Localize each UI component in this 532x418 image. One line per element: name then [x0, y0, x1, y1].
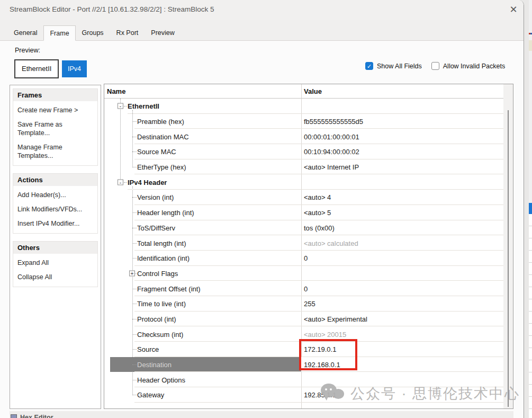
title-bar[interactable]: StreamBlock Editor - Port //2/1 [10.61.3…	[0, 0, 524, 20]
sidebar-group-title: Actions	[13, 174, 97, 186]
expand-icon[interactable]: +	[129, 270, 135, 276]
field-row-time-to-live-int[interactable]: Time to live (int)255	[104, 296, 503, 312]
tab-strip: GeneralFrameGroupsRx PortPreview	[0, 20, 524, 41]
field-value[interactable]: <auto> Internet IP	[304, 163, 359, 171]
sidebar-item-link-modifiers-vfds[interactable]: Link Modifiers/VFDs...	[17, 203, 93, 217]
tree-connector	[124, 182, 127, 183]
background-selected-row	[529, 203, 532, 214]
tab-groups[interactable]: Groups	[76, 26, 110, 40]
field-name: Source MAC	[137, 148, 176, 156]
column-header-value: Value	[304, 87, 322, 95]
field-value[interactable]: <auto> 4	[304, 193, 331, 201]
tree-connector	[132, 258, 137, 259]
window-title: StreamBlock Editor - Port //2/1 [10.61.3…	[10, 5, 214, 13]
sidebar-item-create-new-frame[interactable]: Create new Frame >	[17, 104, 93, 118]
field-value[interactable]: <auto> 20015	[304, 330, 346, 338]
field-row-source-mac[interactable]: Source MAC00:10:94:00:00:02	[104, 144, 503, 159]
field-name: Destination MAC	[137, 132, 189, 140]
field-row-ethertype-hex[interactable]: EtherType (hex)<auto> Internet IP	[104, 159, 503, 175]
tree-connector	[132, 197, 137, 198]
collapse-icon[interactable]: -	[118, 179, 123, 185]
field-value[interactable]: fb555555555555d5	[304, 118, 363, 126]
tree-connector	[132, 243, 137, 244]
tab-preview[interactable]: Preview	[145, 26, 181, 40]
tree-connector	[132, 395, 137, 395]
sidebar-item-collapse-all[interactable]: Collapse All	[17, 271, 93, 285]
checked-checkbox-icon[interactable]: ✓	[365, 62, 373, 70]
tree-connector	[132, 137, 137, 137]
tree-connector	[132, 167, 137, 167]
tree-connector	[132, 364, 137, 365]
field-name: Fragment Offset (int)	[137, 284, 201, 292]
unchecked-checkbox-icon[interactable]	[431, 62, 439, 70]
field-row-ethernetii[interactable]: -EthernetII	[104, 99, 503, 114]
field-name: Control Flags	[137, 269, 178, 277]
collapse-icon[interactable]: -	[118, 103, 123, 109]
sidebar-item-insert-ipv4-modifier[interactable]: Insert IPv4 Modifier...	[17, 217, 93, 232]
field-value[interactable]: 0	[304, 254, 308, 262]
tab-general[interactable]: General	[7, 26, 43, 40]
tree-connector	[132, 380, 137, 380]
hex-editor-label: Hex Editor	[20, 414, 53, 418]
field-row-fragment-offset-int[interactable]: Fragment Offset (int)0	[104, 281, 503, 296]
background-beige-row	[529, 40, 532, 51]
field-value[interactable]: tos (0x00)	[304, 224, 335, 232]
sidebar-group-frames: FramesCreate new Frame >Save Frame as Te…	[13, 88, 98, 166]
table-scrollbar-thumb[interactable]	[508, 110, 509, 407]
sidebar-item-expand-all[interactable]: Expand All	[17, 256, 93, 271]
field-row-tos-diffserv[interactable]: ToS/DiffServtos (0x00)	[104, 220, 503, 236]
field-row-protocol-int[interactable]: Protocol (int)<auto> Experimental	[104, 312, 503, 327]
field-value[interactable]: 00:10:94:00:00:02	[304, 148, 359, 156]
field-value[interactable]: 255	[304, 300, 315, 308]
tree-connector	[132, 349, 137, 350]
watermark-text: 公众号 · 思博伦技术中心	[350, 384, 520, 403]
field-name: EtherType (hex)	[137, 163, 186, 171]
column-header-name: Name	[107, 87, 125, 95]
table-header: Name Value	[104, 84, 513, 99]
sidebar-item-add-header-s[interactable]: Add Header(s)...	[17, 189, 93, 203]
field-name: Gateway	[137, 391, 164, 399]
field-name: Protocol (int)	[137, 315, 176, 323]
background-table-sliver	[529, 0, 532, 418]
option-show-all-fields[interactable]: ✓Show All Fields	[365, 62, 422, 70]
sidebar-group-actions: ActionsAdd Header(s)...Link Modifiers/VF…	[13, 173, 98, 234]
ethernetii-preview-button[interactable]: EthernetII	[14, 59, 59, 78]
tree-connector	[124, 106, 127, 106]
tree-connector	[132, 289, 137, 289]
options-row: ✓Show All FieldsAllow Invalid Packets	[365, 62, 505, 70]
close-icon[interactable]: ✕	[504, 2, 522, 17]
field-row-total-length-int[interactable]: Total length (int)<auto> calculated	[104, 235, 503, 251]
field-value[interactable]: <auto> 5	[304, 209, 331, 217]
sidebar-group-title: Others	[13, 242, 97, 254]
field-value[interactable]: <auto> Experimental	[304, 315, 367, 323]
option-label: Allow Invalid Packets	[443, 63, 505, 70]
sidebar-item-manage-frame-templates[interactable]: Manage Frame Templates...	[17, 141, 93, 164]
tab-rx-port[interactable]: Rx Port	[110, 26, 145, 40]
field-row-identification-int[interactable]: Identification (int)0	[104, 251, 503, 266]
field-value[interactable]: 00:00:01:00:00:01	[304, 132, 359, 140]
hex-editor-icon	[11, 414, 17, 418]
tab-frame[interactable]: Frame	[43, 25, 75, 41]
field-row-control-flags[interactable]: +Control Flags	[104, 266, 503, 281]
tree-connector	[132, 212, 137, 213]
option-allow-invalid-packets[interactable]: Allow Invalid Packets	[431, 62, 505, 70]
field-row-ipv4-header[interactable]: -IPv4 Header	[104, 174, 503, 190]
sidebar-item-save-frame-as-template[interactable]: Save Frame as Template...	[17, 118, 93, 141]
field-row-preamble-hex[interactable]: Preamble (hex)fb555555555555d5	[104, 114, 503, 129]
field-row-destination-mac[interactable]: Destination MAC00:00:01:00:00:01	[104, 129, 503, 144]
tree-connector	[132, 228, 137, 228]
wechat-icon	[321, 383, 346, 405]
field-name: ToS/DiffServ	[137, 224, 175, 232]
field-name: Checksum (int)	[137, 330, 183, 338]
field-row-version-int[interactable]: Version (int)<auto> 4	[104, 190, 503, 205]
streamblock-editor-dialog: StreamBlock Editor - Port //2/1 [10.61.3…	[0, 0, 524, 418]
table-scrollbar-track[interactable]	[503, 84, 513, 408]
field-value[interactable]: <auto> calculated	[304, 239, 358, 247]
tree-connector	[132, 152, 137, 152]
ipv4-preview-button[interactable]: IPv4	[62, 60, 87, 77]
field-name: Identification (int)	[137, 254, 190, 262]
field-value[interactable]: 0	[304, 284, 308, 292]
option-label: Show All Fields	[377, 63, 422, 70]
field-row-header-length-int[interactable]: Header length (int)<auto> 5	[104, 205, 503, 220]
sidebar-panel: FramesCreate new Frame >Save Frame as Te…	[10, 85, 101, 409]
